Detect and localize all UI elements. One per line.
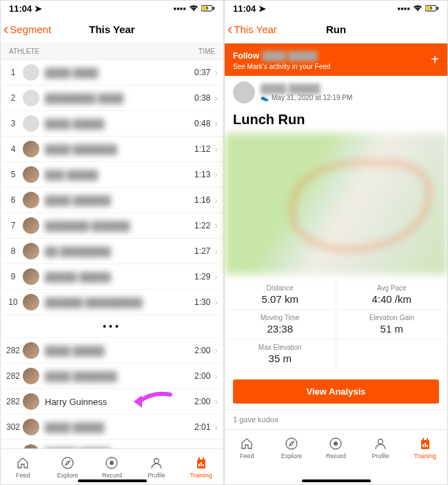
back-label: This Year <box>234 23 277 35</box>
athlete-avatar <box>23 342 39 359</box>
activity-title: Lunch Run <box>225 109 447 133</box>
activity-username[interactable]: ████ █████ <box>261 83 352 94</box>
leaderboard-row[interactable]: 1████ ████0:37› <box>1 60 223 86</box>
rank: 8 <box>3 246 23 256</box>
leaderboard-list[interactable]: 1████ ████0:37›2████████ ████0:38›3████ … <box>1 60 223 448</box>
chevron-right-icon: › <box>214 447 218 448</box>
chevron-right-icon: › <box>214 169 218 180</box>
leaderboard-row[interactable]: 5███ █████1:13› <box>1 162 223 188</box>
leaderboard-row[interactable]: 7███████ ██████1:22› <box>1 213 223 239</box>
athlete-avatar <box>23 166 39 183</box>
signal-icon: ▪▪▪▪ <box>174 3 186 14</box>
chevron-right-icon: › <box>214 246 218 257</box>
left-screen: 11:04➤ ▪▪▪▪ ‹ Segment This Year ATHLETE … <box>0 0 224 485</box>
table-header: ATHLETE TIME <box>1 43 223 60</box>
follow-username: ████ █████ <box>262 51 317 61</box>
segment-time: 1:27 <box>194 246 210 256</box>
activity-header: ████ █████ 👟May 31, 2020 at 12:19 PM <box>225 76 447 109</box>
home-indicator[interactable] <box>78 479 147 482</box>
leaderboard-row[interactable]: 8██ ████████1:27› <box>1 239 223 264</box>
svg-point-5 <box>110 461 114 465</box>
leaderboard-row[interactable]: 302████ █████2:01› <box>1 415 223 440</box>
follow-subtitle: See Mark's activity in your Feed <box>233 63 330 70</box>
back-button[interactable]: ‹ Segment <box>1 22 54 37</box>
home-indicator[interactable] <box>302 479 371 482</box>
leaderboard-row[interactable]: 302█████ █████2:01› <box>1 440 223 448</box>
svg-point-18 <box>334 442 338 446</box>
segment-time: 1:22 <box>194 221 210 230</box>
stat-elevation: Elevation Gain51 m <box>336 310 448 339</box>
leaderboard-row[interactable]: 9█████ █████1:29› <box>1 264 223 290</box>
leaderboard-row[interactable]: 3████ █████0:48› <box>1 111 223 137</box>
back-chevron-icon: ‹ <box>3 22 8 37</box>
follow-banner[interactable]: Follow ████ █████ See Mark's activity in… <box>225 43 447 76</box>
stat-distance: Distance5.07 km <box>225 280 336 310</box>
leaderboard-row[interactable]: 6████ ██████1:16› <box>1 188 223 213</box>
tab-profile[interactable]: Profile <box>358 430 403 465</box>
leaderboard-row[interactable]: 282████ ███████2:00› <box>1 364 223 389</box>
activity-map[interactable] <box>225 133 447 275</box>
chevron-right-icon: › <box>214 67 218 78</box>
compass-icon <box>284 436 299 451</box>
leaderboard-row[interactable]: 282Harry Guinness2:00› <box>1 389 223 415</box>
back-label: Segment <box>10 23 51 35</box>
athlete-avatar <box>23 90 39 106</box>
tab-training[interactable]: Training <box>179 449 223 484</box>
tab-feed[interactable]: Feed <box>1 449 45 484</box>
svg-rect-9 <box>203 457 204 461</box>
segment-time: 1:12 <box>194 144 210 154</box>
record-icon <box>328 436 343 451</box>
leaderboard-row[interactable]: 10██████ █████████1:30› <box>1 290 223 315</box>
training-icon <box>418 436 433 451</box>
athlete-name: ████ ███████ <box>45 144 194 155</box>
kudos-text[interactable]: 1 gave kudos <box>225 409 447 429</box>
svg-point-16 <box>286 438 297 449</box>
athlete-avatar <box>23 64 39 81</box>
svg-rect-12 <box>203 464 204 466</box>
user-avatar[interactable] <box>233 81 255 103</box>
rank: 5 <box>3 170 23 179</box>
profile-icon <box>373 436 388 451</box>
svg-point-19 <box>378 439 383 444</box>
tab-explore[interactable]: Explore <box>269 430 314 465</box>
athlete-avatar <box>23 268 39 285</box>
svg-rect-23 <box>422 444 424 447</box>
athlete-name: ██ ████████ <box>45 246 194 257</box>
athlete-name: Harry Guinness <box>45 397 194 407</box>
chevron-right-icon: › <box>214 195 218 206</box>
tab-feed[interactable]: Feed <box>225 430 269 465</box>
back-button[interactable]: ‹ This Year <box>225 22 280 37</box>
athlete-name: ███ █████ <box>45 170 194 180</box>
stat-max-elevation: Max Elevation35 m <box>225 339 336 368</box>
segment-time: 2:01 <box>194 422 210 432</box>
athlete-avatar <box>23 419 39 435</box>
home-icon <box>15 455 30 471</box>
record-icon <box>104 455 119 471</box>
athlete-name: ██████ █████████ <box>45 297 194 308</box>
leaderboard-row[interactable]: 4████ ███████1:12› <box>1 137 223 162</box>
status-time: 11:04 <box>9 3 32 14</box>
rank: 1 <box>3 68 23 77</box>
athlete-name: ███████ ██████ <box>45 221 194 231</box>
status-bar: 11:04➤ ▪▪▪▪ <box>1 1 223 16</box>
athlete-name: ████ █████ <box>45 422 194 433</box>
segment-time: 2:00 <box>194 371 210 381</box>
rank: 6 <box>3 195 23 205</box>
plus-icon[interactable]: + <box>431 52 439 68</box>
segment-time: 0:37 <box>194 68 210 77</box>
compass-icon <box>60 455 75 471</box>
athlete-name: ████ ████ <box>45 68 194 78</box>
athlete-avatar <box>23 243 39 259</box>
leaderboard-row[interactable]: 2████████ ████0:38› <box>1 86 223 111</box>
leaderboard-row[interactable]: 282████ █████2:00› <box>1 338 223 364</box>
view-analysis-button[interactable]: View Analysis <box>233 379 439 404</box>
tab-record[interactable]: Record <box>314 430 358 465</box>
wifi-icon <box>413 5 422 12</box>
battery-icon <box>425 5 439 12</box>
tab-training[interactable]: Training <box>403 430 447 465</box>
athlete-avatar <box>23 115 39 132</box>
signal-icon: ▪▪▪▪ <box>398 3 410 14</box>
chevron-right-icon: › <box>214 118 218 129</box>
chevron-right-icon: › <box>214 271 218 282</box>
athlete-name: █████ █████ <box>45 448 194 449</box>
